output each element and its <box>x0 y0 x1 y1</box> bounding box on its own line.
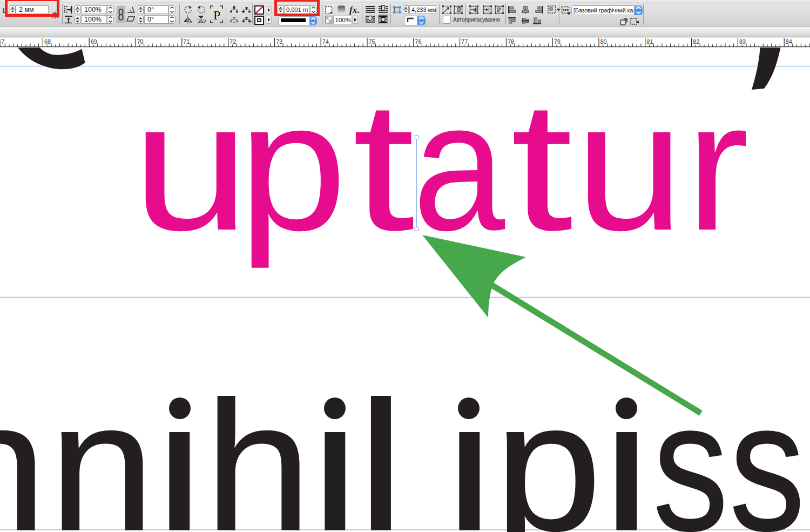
svg-text:70: 70 <box>137 38 144 45</box>
svg-text:84: 84 <box>786 38 792 45</box>
svg-text:74: 74 <box>322 38 329 45</box>
svg-text:73: 73 <box>276 38 282 45</box>
svg-text:l: l <box>357 363 405 532</box>
svg-text:ss: ss <box>653 363 806 532</box>
svg-text:n: n <box>49 363 154 532</box>
svg-text:83: 83 <box>739 38 746 45</box>
svg-text:ı: ı <box>149 363 211 532</box>
svg-text:67: 67 <box>0 38 4 45</box>
svg-text:79: 79 <box>554 38 561 45</box>
svg-text:ı: ı <box>439 363 501 532</box>
svg-text:77: 77 <box>461 38 468 45</box>
svg-text:p: p <box>495 363 602 532</box>
svg-text:p: p <box>238 63 347 270</box>
svg-text:80: 80 <box>600 38 607 45</box>
svg-text:76: 76 <box>415 38 421 45</box>
svg-text:r: r <box>686 63 749 268</box>
svg-text:81: 81 <box>646 38 653 45</box>
svg-text:68: 68 <box>44 38 51 45</box>
svg-text:ı: ı <box>596 363 658 532</box>
svg-text:82: 82 <box>693 38 699 45</box>
svg-text:75: 75 <box>369 38 375 45</box>
svg-text:69: 69 <box>91 38 97 45</box>
svg-text:72: 72 <box>230 38 236 45</box>
svg-text:71: 71 <box>183 38 190 45</box>
svg-text:78: 78 <box>508 38 514 45</box>
svg-text:t: t <box>353 63 416 269</box>
svg-text:h: h <box>205 363 312 532</box>
svg-text:n: n <box>0 363 47 532</box>
svg-text:u: u <box>132 63 249 268</box>
svg-text:u: u <box>575 63 684 268</box>
svg-text:t: t <box>511 63 574 269</box>
svg-text:P: P <box>213 8 220 22</box>
